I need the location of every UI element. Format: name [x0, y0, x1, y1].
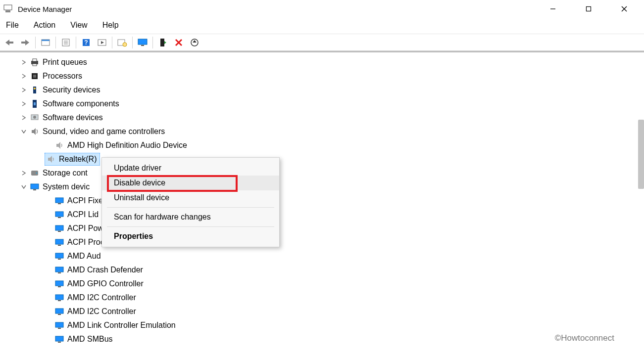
monitor-icon[interactable] [135, 36, 150, 49]
context-menu-item[interactable]: Uninstall device [102, 190, 279, 205]
tree-row[interactable]: Security devices [0, 83, 644, 97]
svg-rect-60 [55, 281, 63, 286]
expander-icon [45, 294, 52, 302]
device-icon [54, 265, 64, 275]
context-menu-item[interactable]: Disable device [102, 176, 279, 190]
tree-row[interactable]: ACPI Lid [0, 208, 644, 222]
expander-icon[interactable] [20, 86, 28, 94]
toolbar-separator [132, 37, 133, 48]
expander-icon[interactable] [20, 114, 28, 122]
forward-arrow-icon[interactable] [18, 36, 33, 49]
svg-rect-58 [55, 267, 63, 272]
menu-bar: File Action View Help [0, 18, 644, 34]
svg-rect-62 [55, 295, 63, 300]
svg-rect-31 [33, 59, 37, 61]
watermark: ©Howtoconnect [555, 333, 614, 343]
tree-row[interactable]: Print queues [0, 55, 644, 69]
svg-rect-11 [42, 40, 50, 41]
device-icon [54, 251, 64, 261]
storage-icon [30, 168, 40, 178]
svg-rect-55 [58, 245, 61, 246]
menu-file[interactable]: File [4, 20, 21, 31]
tree-row[interactable]: AMD High Definition Audio Device [0, 138, 644, 152]
security-icon [30, 85, 40, 95]
tree-row[interactable]: ACPI Proc [0, 235, 644, 249]
tree-row[interactable]: Storage cont [0, 166, 644, 180]
system-icon [30, 182, 40, 192]
svg-rect-3 [587, 7, 591, 11]
menu-view[interactable]: View [68, 20, 89, 31]
scan-icon[interactable] [115, 36, 130, 49]
tree-row[interactable]: Processors [0, 69, 644, 83]
tree-item-label: AMD Crash Defender [67, 263, 143, 277]
expander-icon [45, 280, 52, 288]
show-hidden-icon[interactable] [38, 36, 53, 49]
tree-item-label: AMD High Definition Audio Device [67, 138, 187, 152]
svg-rect-61 [58, 286, 61, 287]
tree-item-label: Processors [43, 69, 82, 83]
disable-icon[interactable] [171, 36, 186, 49]
tree-row[interactable]: Realtek(R) [0, 152, 644, 166]
toolbar-separator [112, 37, 112, 48]
tree-row[interactable]: AMD I2C Controller [0, 305, 644, 318]
svg-rect-56 [55, 253, 63, 258]
svg-rect-32 [33, 64, 37, 66]
minimize-button[interactable] [542, 2, 564, 16]
software-icon [30, 113, 40, 123]
tree-item-label: ACPI Fixe [67, 194, 103, 208]
device-tree[interactable]: Print queuesProcessorsSecurity devicesSo… [0, 52, 644, 346]
svg-rect-54 [55, 239, 63, 244]
help-icon[interactable]: ? [79, 36, 94, 49]
tree-row[interactable]: Sound, video and game controllers [0, 125, 644, 138]
tree-row[interactable]: Software components [0, 97, 644, 111]
device-icon [54, 237, 64, 247]
device-icon [54, 196, 64, 206]
expander-icon[interactable] [20, 128, 28, 135]
expander-icon[interactable] [20, 72, 28, 80]
properties-icon[interactable] [58, 36, 73, 49]
menu-help[interactable]: Help [100, 20, 121, 31]
svg-rect-64 [55, 309, 63, 313]
expander-icon[interactable] [20, 100, 28, 108]
tree-item-label: System devic [43, 180, 90, 194]
tree-row[interactable]: AMD I2C Controller [0, 291, 644, 305]
tree-row[interactable]: System devic [0, 180, 644, 194]
app-icon [3, 4, 13, 14]
expander-icon [45, 266, 52, 274]
close-button[interactable] [613, 2, 635, 16]
context-menu-item[interactable]: Properties [102, 229, 279, 244]
tree-row[interactable]: AMD Link Controller Emulation [0, 318, 644, 332]
expander-icon [45, 252, 52, 260]
device-icon [54, 210, 64, 220]
tree-row[interactable]: Software devices [0, 111, 644, 125]
back-arrow-icon[interactable] [2, 36, 17, 49]
svg-point-36 [34, 88, 36, 89]
scrollbar-thumb[interactable] [638, 120, 644, 189]
tree-row[interactable]: ACPI Fixe [0, 194, 644, 208]
expander-icon[interactable] [20, 58, 28, 66]
svg-point-45 [36, 173, 38, 174]
update-icon[interactable] [187, 36, 202, 49]
context-menu-item[interactable]: Update driver [102, 161, 279, 176]
menu-action[interactable]: Action [32, 20, 57, 31]
svg-rect-47 [33, 189, 36, 190]
tree-item-label: AMD SMBus [67, 332, 113, 346]
expander-icon[interactable] [20, 169, 28, 177]
maximize-button[interactable] [578, 2, 599, 16]
svg-marker-41 [32, 128, 36, 135]
expander-icon[interactable] [20, 183, 28, 191]
tree-row[interactable]: AMD Crash Defender [0, 263, 644, 277]
enable-icon[interactable] [155, 36, 170, 49]
action-icon[interactable] [95, 36, 109, 49]
context-menu-separator [107, 226, 274, 227]
svg-rect-38 [34, 102, 36, 105]
tree-row[interactable]: ACPI Pow [0, 222, 644, 235]
tree-row[interactable]: AMD GPIO Controller [0, 277, 644, 291]
tree-row[interactable]: AMD SMBus [0, 332, 644, 346]
tree-row[interactable]: AMD Aud [0, 249, 644, 263]
device-icon [54, 320, 64, 330]
svg-rect-52 [55, 225, 63, 230]
svg-marker-25 [164, 41, 166, 44]
expander-icon [45, 335, 52, 343]
context-menu-item[interactable]: Scan for hardware changes [102, 210, 279, 224]
